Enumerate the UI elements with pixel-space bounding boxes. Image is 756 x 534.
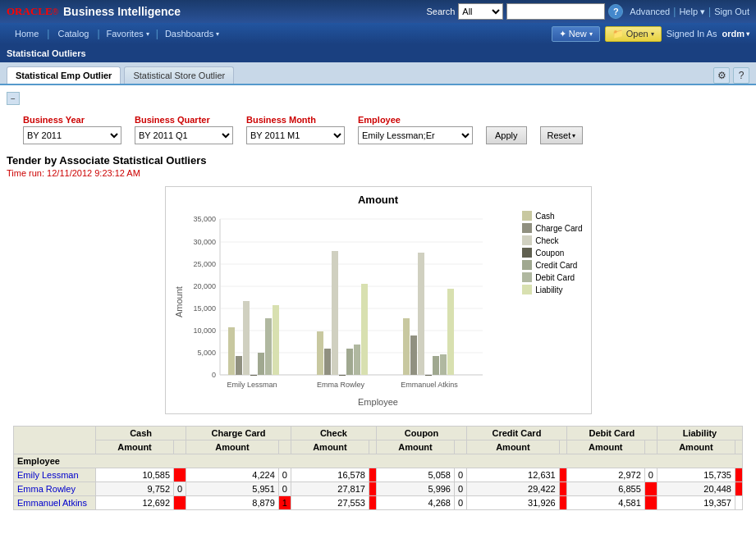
user-menu[interactable]: ordm ▾ [722, 29, 750, 39]
tab-emp-outlier[interactable]: Statistical Emp Outlier [7, 66, 121, 84]
nav-favorites[interactable]: Favorites▾ [100, 23, 156, 44]
employee-emily[interactable]: Emily Lessman [14, 468, 96, 482]
svg-rect-37 [425, 375, 432, 376]
legend-check: Check [522, 235, 582, 245]
emily-check: 16,578 [291, 468, 369, 482]
open-button[interactable]: 📁 Open ▾ [605, 26, 662, 42]
signed-in-label: Signed In As [667, 29, 717, 39]
search-label: Search [426, 7, 455, 16]
apply-button[interactable]: Apply [486, 126, 527, 144]
reset-arrow: ▾ [572, 132, 575, 139]
svg-rect-36 [418, 253, 424, 375]
search-input[interactable] [506, 3, 605, 20]
svg-rect-21 [250, 375, 257, 376]
business-quarter-select[interactable]: BY 2011 Q1 [135, 126, 233, 144]
svg-rect-30 [346, 349, 353, 375]
svg-rect-34 [403, 318, 410, 375]
reset-button[interactable]: Reset ▾ [540, 126, 584, 144]
svg-rect-39 [440, 354, 447, 375]
svg-rect-29 [339, 375, 346, 376]
svg-text:15,000: 15,000 [193, 304, 216, 313]
emmanuel-coupon-flag: 0 [454, 496, 466, 510]
svg-rect-18 [228, 327, 235, 375]
employee-label: Employee [358, 115, 473, 125]
svg-text:Emmanuel Atkins: Emmanuel Atkins [401, 381, 458, 389]
user-dropdown-arrow: ▾ [746, 30, 749, 38]
legend-credit-card: Credit Card [522, 260, 582, 270]
svg-text:30,000: 30,000 [193, 238, 216, 246]
svg-rect-20 [243, 301, 250, 375]
search-info-icon[interactable]: ? [608, 4, 623, 19]
svg-rect-31 [354, 345, 360, 375]
x-axis-label: Employee [174, 397, 583, 407]
svg-text:20,000: 20,000 [193, 282, 216, 290]
emmanuel-cash-flag [174, 496, 186, 510]
y-axis-label: Amount [174, 211, 187, 394]
emma-liability: 20,448 [657, 482, 735, 496]
emily-credit: 12,631 [467, 468, 560, 482]
emmanuel-charge: 8,879 [186, 496, 279, 510]
folder-icon: 📁 [612, 29, 624, 39]
tab-help-icon[interactable]: ? [733, 67, 749, 84]
employee-emma[interactable]: Emma Rowley [14, 482, 96, 496]
emma-charge-flag: 0 [278, 482, 291, 496]
collapse-button[interactable]: − [7, 92, 20, 105]
svg-rect-32 [361, 284, 368, 375]
separator2: | [708, 6, 711, 17]
employee-emmanuel[interactable]: Emmanuel Atkins [14, 496, 96, 510]
business-month-select[interactable]: BY 2011 M1 [246, 126, 345, 144]
emily-coupon: 5,058 [376, 468, 454, 482]
search-scope-select[interactable]: All [458, 3, 503, 20]
advanced-link[interactable]: Advanced [630, 7, 670, 16]
emma-debit-flag [644, 482, 657, 496]
separator: | [673, 6, 676, 17]
tab-settings-icon[interactable]: ⚙ [713, 67, 730, 84]
tab-store-outlier[interactable]: Statistical Store Outlier [124, 66, 234, 84]
signout-link[interactable]: Sign Out [714, 7, 749, 16]
employee-select[interactable]: Emily Lessman;Er [358, 126, 473, 144]
svg-rect-38 [433, 356, 439, 375]
business-year-label: Business Year [23, 115, 121, 125]
emily-charge-flag: 0 [278, 468, 291, 482]
emmanuel-liability: 19,357 [657, 496, 735, 510]
oracle-logo: ORACLE ® [7, 5, 58, 18]
emily-coupon-flag: 0 [454, 468, 466, 482]
emmanuel-debit-flag [644, 496, 657, 510]
emma-liability-flag [735, 482, 743, 496]
emma-coupon: 5,996 [376, 482, 454, 496]
legend-liability: Liability [522, 285, 582, 294]
svg-rect-23 [265, 318, 272, 375]
svg-text:10,000: 10,000 [193, 326, 216, 335]
emma-credit: 29,422 [467, 482, 560, 496]
business-month-label: Business Month [246, 115, 345, 125]
emmanuel-check: 27,553 [291, 496, 369, 510]
svg-text:35,000: 35,000 [193, 215, 216, 223]
emmanuel-liability-flag [735, 496, 743, 510]
report-time: Time run: 12/11/2012 9:23:12 AM [7, 168, 749, 183]
svg-rect-40 [447, 289, 454, 375]
help-link[interactable]: Help ▾ [679, 7, 705, 17]
emily-charge: 4,224 [186, 468, 279, 482]
svg-rect-27 [324, 349, 331, 375]
emma-cash-flag: 0 [174, 482, 186, 496]
nav-dashboards[interactable]: Dashboards▾ [158, 23, 226, 44]
bi-title: Business Intelligence [63, 5, 181, 18]
nav-catalog[interactable]: Catalog [49, 23, 97, 44]
emma-check-flag [369, 482, 376, 496]
svg-text:Emily Lessman: Emily Lessman [227, 381, 277, 389]
legend-coupon: Coupon [522, 248, 582, 258]
svg-rect-28 [332, 251, 338, 375]
nav-home[interactable]: Home [7, 23, 47, 44]
legend-charge-card: Charge Card [522, 223, 582, 233]
emmanuel-credit-flag [559, 496, 566, 510]
emily-debit: 2,972 [566, 468, 644, 482]
svg-text:25,000: 25,000 [193, 260, 216, 268]
svg-rect-24 [273, 305, 279, 375]
emily-liability-flag [735, 468, 743, 482]
business-year-select[interactable]: BY 2011 [23, 126, 121, 144]
new-button[interactable]: ✦ New ▾ [552, 26, 600, 42]
emmanuel-charge-flag: 1 [278, 496, 291, 510]
emmanuel-coupon: 4,268 [376, 496, 454, 510]
emily-liability: 15,735 [657, 468, 735, 482]
svg-rect-26 [317, 331, 323, 375]
